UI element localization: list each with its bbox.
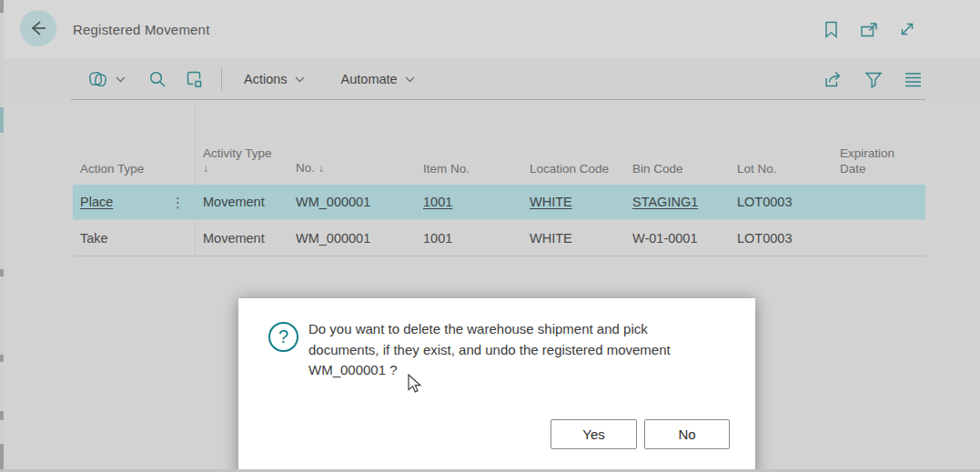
analyze-icon[interactable]: [185, 70, 203, 88]
column-header-label: Activity Type: [203, 146, 288, 161]
item-no-link[interactable]: 1001: [423, 195, 452, 209]
dialog-message-line: WM_000001 ?: [308, 360, 736, 381]
cell-location-code: WHITE: [522, 231, 625, 246]
search-icon[interactable]: [148, 70, 167, 88]
sliver-segment: [0, 444, 4, 472]
pages-icon[interactable]: [87, 69, 111, 89]
sort-descending-icon: ↓: [203, 161, 288, 176]
automate-menu-label: Automate: [341, 72, 398, 86]
column-header-label: Bin Code: [632, 162, 683, 176]
location-code-link[interactable]: WHITE: [530, 195, 572, 209]
cell-no: WM_000001: [288, 231, 416, 246]
column-header-activity-type[interactable]: Activity Type ↓: [196, 146, 288, 176]
column-header-label: No.: [296, 161, 315, 175]
sliver-segment: [0, 269, 4, 276]
cell-no: WM_000001: [288, 195, 416, 209]
column-header-label: Lot No.: [737, 162, 777, 176]
row-options-icon[interactable]: ⋮: [171, 196, 185, 209]
table-row[interactable]: Take Movement WM_000001 1001 WHITE W-01-…: [73, 221, 925, 256]
chevron-down-icon: [295, 76, 305, 83]
expand-icon[interactable]: [899, 21, 915, 38]
column-header-lot-no[interactable]: Lot No.: [730, 161, 833, 176]
toolbar-left-group: Actions Automate: [87, 58, 415, 100]
action-type-link[interactable]: Place: [80, 195, 113, 209]
column-header-label: Location Code: [530, 162, 609, 176]
no-button[interactable]: No: [644, 419, 730, 449]
title-bar: Registered Movement: [4, 0, 980, 58]
chevron-down-icon[interactable]: [116, 76, 126, 83]
cell-item-no: 1001: [416, 231, 522, 246]
question-mark-icon: ?: [268, 322, 298, 352]
title-bar-actions: [823, 21, 915, 38]
column-header-action-type[interactable]: Action Type: [73, 161, 196, 176]
automate-menu[interactable]: Automate: [341, 72, 415, 86]
dialog-message: Do you want to delete the warehouse ship…: [308, 319, 736, 381]
column-header-label: Action Type: [80, 162, 144, 176]
confirmation-dialog: ? Do you want to delete the warehouse sh…: [238, 298, 755, 472]
chevron-down-icon: [405, 76, 415, 83]
toolbar-right-group: [823, 58, 922, 100]
cell-item-no: 1001: [416, 195, 522, 209]
bin-code-link[interactable]: STAGING1: [632, 195, 698, 209]
share-icon[interactable]: [823, 70, 843, 88]
show-list-icon[interactable]: [904, 72, 922, 87]
table-row[interactable]: Place ⋮ Movement WM_000001 1001 WHITE ST…: [73, 185, 925, 220]
cell-activity-type: Movement: [196, 231, 288, 246]
cell-bin-code: W-01-0001: [625, 231, 730, 246]
column-header-expiration-date[interactable]: Expiration Date: [833, 146, 909, 176]
actions-menu[interactable]: Actions: [244, 72, 305, 86]
cell-activity-type: Movement: [196, 195, 288, 209]
cell-bin-code: STAGING1: [625, 195, 730, 209]
cell-action-type: Place ⋮: [73, 195, 196, 209]
app-window: Registered Movement: [0, 0, 980, 472]
open-in-new-window-icon[interactable]: [860, 21, 878, 38]
dialog-message-line: Do you want to delete the warehouse ship…: [308, 319, 736, 340]
mouse-cursor: [408, 374, 423, 394]
sliver-segment: [0, 355, 4, 362]
sliver-segment: [0, 107, 4, 133]
action-toolbar: Actions Automate: [4, 58, 980, 100]
actions-menu-label: Actions: [244, 72, 288, 86]
toolbar-bottom-rule: [71, 99, 925, 100]
back-button[interactable]: [20, 10, 56, 46]
sliver-segment: [0, 411, 4, 420]
filter-icon[interactable]: [864, 71, 883, 88]
dialog-buttons: Yes No: [551, 419, 730, 449]
bookmark-icon[interactable]: [823, 21, 839, 38]
toolbar-divider: [221, 67, 222, 91]
cell-action-type: Take: [73, 231, 196, 246]
cell-location-code: WHITE: [522, 195, 625, 209]
page-title: Registered Movement: [73, 0, 210, 58]
cell-lot-no: LOT0003: [730, 231, 833, 246]
dialog-message-line: documents, if they exist, and undo the r…: [308, 340, 736, 361]
sort-descending-icon: ↓: [318, 162, 324, 175]
column-header-no[interactable]: No. ↓: [288, 160, 416, 176]
column-header-location-code[interactable]: Location Code: [522, 161, 625, 176]
column-header-label: Item No.: [423, 162, 470, 176]
cell-lot-no: LOT0003: [730, 195, 833, 209]
back-arrow-icon: [28, 18, 48, 38]
column-header-item-no[interactable]: Item No.: [416, 161, 522, 176]
column-header-label: Expiration Date: [840, 146, 894, 176]
column-header-bin-code[interactable]: Bin Code: [625, 161, 730, 176]
yes-button[interactable]: Yes: [551, 419, 637, 449]
table-header-row: Action Type Activity Type ↓ No. ↓ Item N…: [73, 101, 925, 185]
